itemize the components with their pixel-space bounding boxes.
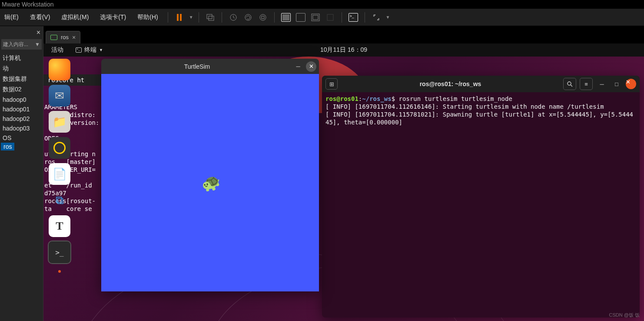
close-button[interactable]: ✕: [626, 79, 636, 89]
tree-item[interactable]: hadoop01: [1, 104, 42, 114]
dock-vscode-icon[interactable]: ⧉: [49, 189, 70, 211]
minimize-button[interactable]: ─: [293, 61, 303, 72]
terminal-titlebar[interactable]: ⊞ ros@ros01: ~/ros_ws ≡ ─ □ ✕: [322, 76, 640, 92]
turtlesim-canvas[interactable]: 🐢: [101, 74, 319, 291]
svg-rect-1: [209, 16, 214, 20]
app-menu-label: 终端: [84, 46, 96, 54]
svg-point-3: [245, 14, 251, 20]
command-text: rosrun turtlesim turtlesim_node: [399, 95, 512, 102]
terminal-icon: [76, 47, 82, 53]
tree-item[interactable]: hadoop02: [1, 114, 42, 124]
svg-point-9: [568, 82, 571, 85]
svg-rect-0: [207, 14, 212, 19]
tree-item[interactable]: 数据02: [1, 84, 42, 95]
search-button[interactable]: [563, 78, 576, 90]
vmware-title-bar: Mware Workstation: [0, 0, 644, 9]
dock-firefox-icon[interactable]: [49, 59, 70, 80]
terminal-body[interactable]: ros@ros01:~/ros_ws$ rosrun turtlesim tur…: [322, 92, 640, 129]
svg-rect-5: [262, 16, 264, 19]
ubuntu-dock: ✉ 📁 📄 ⧉ T: [46, 59, 73, 273]
terminal-window[interactable]: ⊞ ros@ros01: ~/ros_ws ≡ ─ □ ✕ ros@ros01:…: [322, 76, 640, 318]
chevron-down-icon: ▼: [99, 48, 103, 52]
tree-item[interactable]: 动: [1, 64, 42, 74]
prompt-user: ros@ros01: [325, 95, 359, 102]
dock-running-indicator: [58, 270, 61, 273]
app-menu-terminal[interactable]: 终端 ▼: [71, 46, 107, 54]
stretch-dropdown[interactable]: ▼: [386, 15, 390, 20]
dock-files-icon[interactable]: 📁: [49, 111, 70, 133]
close-button[interactable]: ✕: [306, 61, 316, 72]
tree-item[interactable]: OS: [1, 133, 42, 143]
turtlesim-window[interactable]: TurtleSim ─ ✕ 🐢: [101, 59, 319, 291]
vmware-sidebar: × 建入内容... ▼ 计算机 动 数据集群 数据02 hadoop0 hado…: [0, 26, 43, 321]
dock-thunderbird-icon[interactable]: ✉: [49, 85, 70, 107]
tab-close-icon[interactable]: ×: [72, 34, 76, 41]
turtle-icon: 🐢: [199, 172, 222, 194]
tree-item-selected[interactable]: ros: [1, 143, 14, 150]
pause-button[interactable]: [173, 11, 186, 23]
menu-edit[interactable]: 辑(E): [0, 11, 23, 24]
dock-libreoffice-icon[interactable]: 📄: [49, 163, 70, 185]
menu-tabs[interactable]: 选项卡(T): [96, 11, 130, 24]
send-ctrl-alt-del-button[interactable]: [204, 11, 216, 23]
svg-rect-8: [327, 14, 333, 20]
view-single-button[interactable]: [280, 11, 292, 23]
view-multi-button[interactable]: [295, 11, 307, 23]
svg-line-10: [571, 85, 572, 87]
dropdown-icon: ▼: [35, 41, 40, 47]
console-button[interactable]: >_: [347, 11, 359, 23]
minimize-button[interactable]: ─: [596, 81, 607, 87]
menu-vm[interactable]: 虚拟机(M): [57, 11, 93, 24]
sidebar-close-icon[interactable]: ×: [37, 29, 40, 37]
ubuntu-topbar: 活动 终端 ▼ 10月11日 16：09: [43, 43, 644, 57]
clock[interactable]: 10月11日 16：09: [320, 46, 367, 54]
snapshot-button[interactable]: [227, 11, 239, 23]
divider: [365, 12, 365, 23]
svg-point-4: [260, 14, 266, 20]
tree-item[interactable]: 计算机: [1, 53, 42, 64]
stretch-button[interactable]: [370, 11, 382, 23]
pause-dropdown[interactable]: ▼: [189, 15, 193, 20]
menu-view[interactable]: 查看(V): [26, 11, 55, 24]
vm-display-area: 活动 终端 ▼ 10月11日 16：09 ✉ 📁 📄 ⧉ T roscore h…: [43, 43, 644, 321]
search-placeholder: 建入内容...: [3, 41, 28, 48]
new-tab-button[interactable]: ⊞: [325, 78, 338, 90]
divider: [222, 12, 222, 23]
fullscreen-button[interactable]: [309, 11, 322, 23]
divider: [168, 12, 168, 23]
turtlesim-titlebar[interactable]: TurtleSim ─ ✕: [101, 59, 319, 74]
search-icon: [567, 81, 573, 87]
vm-tab-ros[interactable]: ros ×: [46, 31, 80, 44]
dock-rhythmbox-icon[interactable]: [49, 137, 70, 159]
svg-rect-7: [313, 15, 318, 20]
revert-button[interactable]: [242, 11, 254, 23]
menu-help[interactable]: 帮助(H): [133, 11, 162, 24]
vm-tab-bar: ros ×: [46, 30, 80, 45]
divider: [342, 12, 342, 23]
divider: [274, 12, 275, 23]
maximize-button[interactable]: □: [611, 81, 622, 87]
watermark: CSDN @饭 饭: [609, 312, 640, 318]
tree-item[interactable]: 数据集群: [1, 74, 42, 84]
dock-terminal-icon[interactable]: [49, 241, 70, 263]
terminal-title: ros@ros01: ~/ros_ws: [341, 80, 560, 87]
tree-item[interactable]: hadoop03: [1, 124, 42, 133]
dock-text-editor-icon[interactable]: T: [49, 215, 70, 237]
manage-snapshot-button[interactable]: [257, 11, 269, 23]
sidebar-search-input[interactable]: 建入内容... ▼: [1, 39, 42, 50]
vm-tab-label: ros: [61, 34, 69, 40]
output-line: [ INFO] [1697011704.112616146]: Starting…: [325, 103, 604, 110]
vm-tab-icon: [50, 35, 57, 40]
sidebar-tree: 计算机 动 数据集群 数据02 hadoop0 hadoop01 hadoop0…: [0, 51, 43, 154]
hamburger-menu-button[interactable]: ≡: [580, 78, 593, 90]
vmware-menubar: 辑(E) 查看(V) 虚拟机(M) 选项卡(T) 帮助(H) ▼ >_ ▼: [0, 9, 644, 26]
prompt-path: ~/ros_ws: [362, 95, 391, 102]
tree-item[interactable]: hadoop0: [1, 95, 42, 104]
divider: [199, 12, 199, 23]
turtlesim-title: TurtleSim: [104, 63, 290, 70]
unity-button[interactable]: [324, 11, 336, 23]
vmware-title-text: Mware Workstation: [2, 1, 54, 8]
activities-button[interactable]: 活动: [43, 46, 71, 54]
output-line: [ INFO] [1697011704.115781021]: Spawning…: [325, 111, 633, 126]
